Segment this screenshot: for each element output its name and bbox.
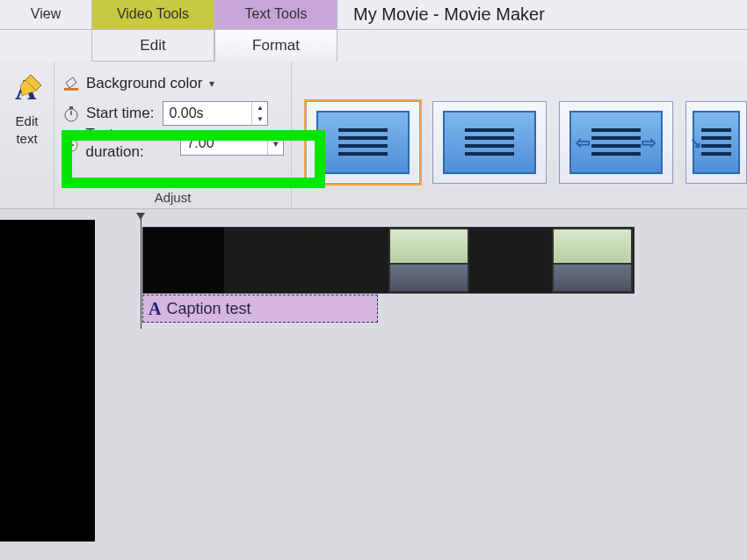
text-effects-gallery: ⇦ ⇨ ↘ [292, 62, 747, 208]
window-title: My Movie - Movie Maker [337, 0, 747, 29]
text-effect-swing[interactable]: ↘ [685, 101, 747, 184]
start-time-value: 0.00s [163, 105, 251, 121]
tab-view[interactable]: View [0, 6, 91, 29]
chevron-down-icon: ▾ [209, 77, 214, 90]
text-duration-value: 7.00 [181, 135, 267, 151]
playhead[interactable] [141, 218, 141, 329]
adjust-group: Background color ▾ Start time: 0.00s ▲▼ … [54, 62, 292, 208]
start-time-row: Start time: 0.00s ▲▼ [62, 98, 284, 128]
clip-thumb[interactable] [388, 228, 470, 293]
contextual-tab-text-tools[interactable]: Text Tools [214, 0, 337, 29]
arrow-curve-icon: ↘ [690, 134, 701, 150]
clip-thumb[interactable] [225, 228, 307, 293]
text-duration-row: Text duration: 7.00 ▾ [62, 128, 284, 158]
text-duration-label: Text duration: [86, 126, 174, 161]
svg-rect-6 [69, 106, 73, 109]
text-effect-none[interactable] [306, 101, 420, 184]
caption-clip-text: Caption test [166, 300, 250, 318]
text-effect-expand[interactable]: ⇦ ⇨ [559, 101, 673, 184]
tab-edit[interactable]: Edit [91, 30, 214, 62]
ribbon: A Edittext Background color ▾ Start time… [0, 62, 747, 209]
sub-tab-row: Edit Format [0, 30, 747, 62]
contextual-tab-row: View Video Tools Text Tools My Movie - M… [0, 0, 747, 30]
caption-clip[interactable]: A Caption test [142, 295, 378, 323]
text-effect-slide[interactable] [432, 101, 547, 184]
spinner-arrows[interactable]: ▲▼ [251, 102, 267, 125]
edit-text-button[interactable]: A Edittext [0, 62, 54, 208]
text-duration-input[interactable]: 7.00 ▾ [180, 131, 284, 156]
svg-marker-3 [66, 77, 76, 88]
start-time-label: Start time: [86, 105, 154, 122]
text-clip-icon: A [149, 299, 161, 319]
svg-rect-4 [64, 88, 78, 91]
arrow-right-icon: ⇨ [642, 132, 656, 153]
background-color-button[interactable]: Background color ▾ [62, 69, 284, 98]
edit-text-icon: A [7, 69, 47, 109]
contextual-tab-video-tools[interactable]: Video Tools [91, 0, 214, 29]
background-color-label: Background color [86, 75, 202, 92]
preview-pane [0, 220, 95, 542]
dropdown-arrow-icon[interactable]: ▾ [267, 132, 283, 155]
clip-thumb[interactable] [143, 228, 225, 293]
paint-bucket-icon [62, 75, 81, 92]
adjust-group-label: Adjust [54, 190, 291, 205]
edit-text-label: Edittext [16, 113, 39, 148]
clip-thumb[interactable] [470, 228, 552, 293]
start-time-input[interactable]: 0.00s ▲▼ [163, 101, 268, 126]
timeline-area: A Caption test [0, 209, 747, 560]
clip-thumb[interactable] [307, 228, 388, 293]
clip-thumb[interactable] [552, 228, 634, 293]
arrow-left-icon: ⇦ [576, 132, 591, 153]
stopwatch-icon [62, 105, 81, 122]
video-track[interactable] [142, 227, 635, 294]
svg-rect-10 [69, 136, 73, 139]
tab-format[interactable]: Format [214, 30, 337, 62]
stopwatch-play-icon [62, 135, 81, 152]
